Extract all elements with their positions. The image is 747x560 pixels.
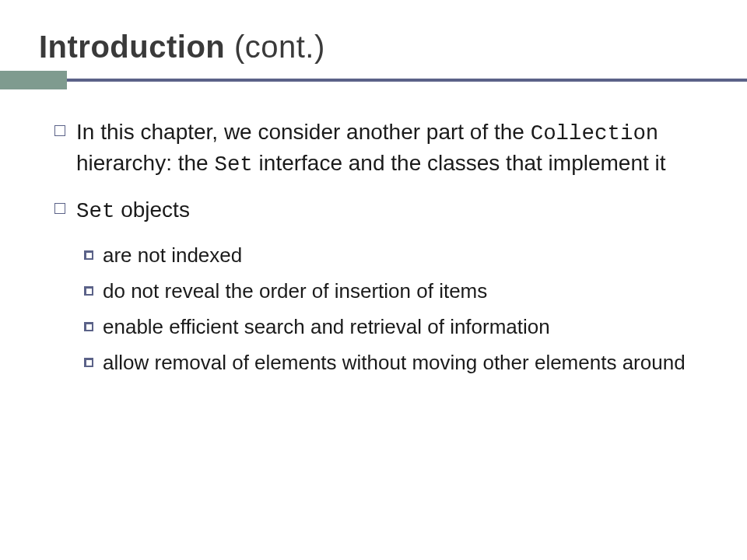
sub-bullet-item: are not indexed	[84, 242, 700, 268]
slide: Introduction (cont.) In this chapter, we…	[0, 0, 747, 560]
bullet-text: In this chapter, we consider another par…	[76, 117, 700, 180]
sub-bullet-text: do not reveal the order of insertion of …	[103, 278, 487, 304]
bullet-item: In this chapter, we consider another par…	[54, 117, 700, 180]
content-area: In this chapter, we consider another par…	[39, 89, 708, 376]
slide-title: Introduction (cont.)	[39, 30, 708, 65]
sub-bullet-item: enable efficient search and retrieval of…	[84, 313, 700, 340]
sub-bullet-item: allow removal of elements without moving…	[84, 349, 700, 376]
sub-bullet-marker-icon	[84, 250, 93, 260]
sub-bullet-marker-icon	[84, 322, 93, 331]
title-divider	[0, 71, 747, 89]
sub-bullet-marker-icon	[84, 286, 93, 296]
sub-bullet-marker-icon	[84, 358, 93, 367]
bullet-item: Set objects	[54, 195, 700, 226]
title-light: (cont.)	[234, 30, 325, 64]
bullet-marker-icon	[54, 125, 65, 136]
divider-line	[67, 79, 747, 82]
sub-bullet-text: allow removal of elements without moving…	[103, 349, 686, 376]
sub-bullet-text: are not indexed	[103, 242, 242, 268]
divider-accent-box	[0, 71, 67, 89]
bullet-marker-icon	[54, 203, 65, 214]
bullet-text: Set objects	[76, 195, 190, 226]
title-bold: Introduction	[39, 30, 234, 64]
sub-bullet-text: enable efficient search and retrieval of…	[103, 313, 550, 340]
sub-bullet-item: do not reveal the order of insertion of …	[84, 278, 700, 304]
